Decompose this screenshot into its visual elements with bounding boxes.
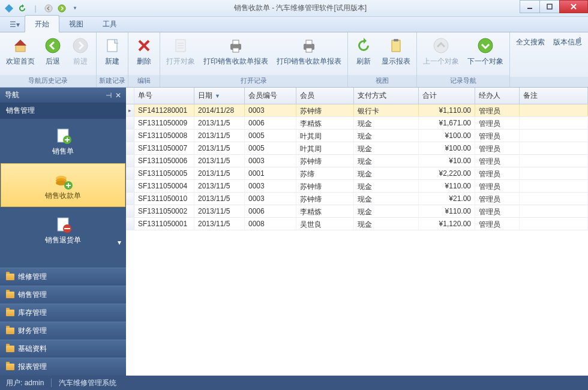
cell-name: 苏钟缔 [296,180,354,192]
cell-total: ¥1,120.00 [419,218,475,230]
sidebar-accordion-4[interactable]: 基础资料 [0,340,126,358]
ribbon-group-recnav: 记录导航 [417,75,509,87]
sidebar-accordion-2[interactable]: 库存管理 [0,304,126,322]
status-bar: 用户: admin 汽车维修管理系统 [0,376,588,390]
cell-total: ¥110.00 [419,180,475,192]
grid-body[interactable]: ▸SF14112800012014/11/280003苏钟缔银行卡¥1,110.… [126,104,588,376]
ribbon-group-view: 视图 [348,75,416,87]
cell-date: 2014/11/28 [194,104,245,116]
ribbon-tabstrip: ☰▾ 开始 视图 工具 [0,17,588,32]
cell-name: 叶其周 [296,142,354,154]
ribbon-group-empty [510,77,588,87]
sidebar-accordion-3[interactable]: 财务管理 [0,322,126,340]
clipboard-icon [386,36,406,55]
tab-start[interactable]: 开始 [25,15,59,32]
cell-note [520,218,588,230]
column-header-date[interactable]: 日期▼ [194,88,245,104]
sidebar: 导航 ⊣ ✕ 销售管理 销售单销售收款单销售退货单▾ 维修管理销售管理库存管理财… [0,88,126,376]
close-sidebar-icon[interactable]: ✕ [115,91,121,100]
table-row[interactable]: SF13110500102013/11/50003苏钟缔现金¥21.00管理员 [126,193,588,205]
table-row[interactable]: SF13110500042013/11/50003苏钟缔现金¥110.00管理员 [126,180,588,193]
print-table-button[interactable]: 打印销售收款单报表 [273,34,345,69]
cell-op: 管理员 [475,104,520,116]
ribbon-collapse-icon[interactable]: ˄ [575,35,584,47]
refresh-button[interactable]: 刷新 [350,34,377,69]
column-header-total[interactable]: 合计 [419,88,475,104]
folder-icon [6,364,14,370]
refresh-qat-icon[interactable] [17,3,28,14]
column-header-note[interactable]: 备注 [520,88,588,104]
grid-header: 单号 日期▼ 会员编号 会员 支付方式 合计 经办人 备注 [126,88,588,104]
chevron-down-icon: ▾ [118,238,121,247]
sidebar-item-2[interactable]: 销售退货单▾ [0,208,126,251]
column-header-op[interactable]: 经办人 [475,88,520,104]
delete-button[interactable]: 删除 [131,34,157,69]
svg-rect-3 [527,8,532,9]
table-row[interactable]: SF13110500012013/11/50008吴世良现金¥1,120.00管… [126,218,588,230]
cell-no: SF1311050005 [134,167,194,179]
status-user: 用户: admin [6,378,44,388]
cell-member: 0008 [245,218,296,230]
cell-date: 2013/11/5 [194,205,245,217]
sidebar-accordion-1[interactable]: 销售管理 [0,286,126,304]
sidebar-accordion-0[interactable]: 维修管理 [0,268,126,286]
next-qat-icon[interactable] [56,3,67,14]
cell-no: SF1311050001 [134,218,194,230]
column-header-no[interactable]: 单号 [134,88,194,104]
welcome-button[interactable]: 欢迎首页 [2,34,38,69]
column-header-name[interactable]: 会员 [296,88,354,104]
back-icon [43,36,62,55]
table-row[interactable]: SF13110500072013/11/50005叶其周现金¥100.00管理员 [126,142,588,155]
fulltext-search-button[interactable]: 全文搜索 [512,34,548,50]
svg-point-8 [73,38,88,53]
data-grid: 单号 日期▼ 会员编号 会员 支付方式 合计 经办人 备注 ▸SF1411280… [126,88,588,376]
cell-member: 0005 [245,130,296,142]
row-indicator [126,117,134,129]
cell-name: 苏钟缔 [296,104,354,116]
folder-icon [6,346,14,352]
tab-tools[interactable]: 工具 [93,16,127,32]
sidebar-accordion-5[interactable]: 报表管理 [0,358,126,376]
open-object-button: 打开对象 [163,34,199,69]
table-row[interactable]: SF13110500082013/11/50005叶其周现金¥100.00管理员 [126,130,588,142]
ribbon-group-openrec: 打开记录 [160,75,347,87]
table-row[interactable]: SF13110500062013/11/50003苏钟缔现金¥10.00管理员 [126,155,588,167]
print-report-button[interactable]: 打印销售收款单报表 [200,34,272,69]
cell-total: ¥1,110.00 [419,104,475,116]
minimize-button[interactable] [520,0,540,13]
maximize-button[interactable] [539,0,560,13]
folder-icon [6,274,14,280]
cell-member: 0003 [245,193,296,205]
table-row[interactable]: ▸SF14112800012014/11/280003苏钟缔银行卡¥1,110.… [126,104,588,117]
cell-no: SF1311050010 [134,193,194,205]
qat-dropdown-icon[interactable]: ▼ [70,3,80,14]
column-header-pay[interactable]: 支付方式 [354,88,419,104]
close-button[interactable] [559,0,588,13]
cell-note [520,130,588,142]
cell-op: 管理员 [475,155,520,167]
cell-op: 管理员 [475,218,520,230]
cell-name: 吴世良 [296,218,354,230]
row-indicator [126,218,134,230]
table-row[interactable]: SF13110500052013/11/50001苏缔现金¥2,220.00管理… [126,167,588,180]
cell-no: SF1311050006 [134,155,194,167]
back-button[interactable]: 后退 [40,34,66,69]
next-object-button[interactable]: 下一个对象 [464,34,507,69]
table-row[interactable]: SF13110500022013/11/50006李精炼现金¥110.00管理员 [126,205,588,218]
svg-point-2 [58,5,65,12]
new-button[interactable]: 新建 [99,34,125,69]
sidebar-item-0[interactable]: 销售单 [0,119,126,163]
cell-op: 管理员 [475,180,520,192]
pin-icon[interactable]: ⊣ [106,91,112,100]
show-report-button[interactable]: 显示报表 [378,34,414,69]
down-arrow-icon [476,36,495,55]
cell-note [520,104,588,116]
sidebar-item-1[interactable]: 销售收款单 [1,163,125,207]
column-header-member[interactable]: 会员编号 [245,88,296,104]
sidebar-item-label: 销售收款单 [45,191,81,201]
table-row[interactable]: SF13110500092013/11/50006李精炼现金¥1,671.00管… [126,117,588,130]
menu-icon[interactable]: ☰▾ [10,20,20,29]
tab-view[interactable]: 视图 [59,16,93,32]
cell-pay: 现金 [354,155,419,167]
prev-qat-icon[interactable] [43,3,54,14]
